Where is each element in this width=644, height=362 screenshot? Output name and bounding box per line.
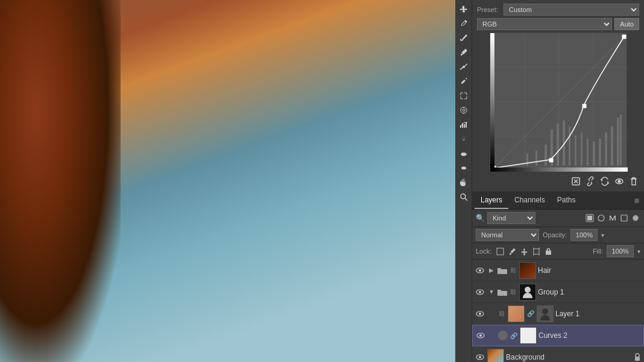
lock-icon-background [633, 353, 642, 361]
layer-name-layer1: Layer 1 [555, 310, 642, 318]
layer-row-hair[interactable]: ▶ ⛓ Hair [472, 260, 644, 281]
photo-canvas [0, 0, 455, 362]
layers-menu-icon[interactable]: ≡ [632, 193, 642, 208]
filter-icons [585, 213, 640, 223]
eye-icon-background[interactable] [475, 352, 485, 363]
tool-histogram[interactable] [457, 118, 470, 131]
tab-layers[interactable]: Layers [475, 192, 508, 209]
svg-rect-36 [549, 158, 553, 162]
curves-graph[interactable] [490, 33, 627, 171]
layer-thumb-group1 [519, 284, 536, 301]
filter-type-icon[interactable] [608, 213, 617, 223]
chain-icon-layer1: ⛓ [497, 310, 506, 318]
svg-point-59 [525, 287, 531, 293]
eye-icon-hair[interactable] [475, 265, 485, 276]
tool-transform[interactable] [457, 89, 470, 102]
lock-pixels-icon[interactable] [507, 246, 517, 256]
layer-name-hair: Hair [538, 266, 642, 275]
lock-artboard-icon[interactable] [531, 246, 541, 256]
tool-hand[interactable] [457, 176, 470, 189]
fill-input[interactable] [607, 245, 634, 257]
filter-adjustment-icon[interactable] [596, 213, 606, 223]
layer-row-curves2[interactable]: 🔗 Curves 2 [472, 325, 644, 346]
curves-tool-refresh[interactable] [599, 176, 610, 187]
svg-rect-34 [620, 114, 622, 166]
channel-select[interactable]: RGB Red Green Blue [477, 18, 612, 30]
tool-zoom[interactable] [457, 190, 470, 204]
layer-thumb-curves2 [520, 327, 537, 344]
svg-rect-19 [526, 154, 528, 166]
filter-row: 🔍 Kind [472, 210, 644, 227]
svg-rect-33 [617, 117, 619, 166]
curves-tool-mask[interactable] [570, 176, 581, 187]
tool-curves-point[interactable] [457, 60, 470, 73]
svg-point-56 [479, 269, 481, 272]
opacity-label: Opacity: [543, 231, 567, 239]
opacity-arrow[interactable]: ▾ [601, 232, 604, 239]
layer-thumb-layer1 [508, 305, 525, 322]
tool-mouth-2[interactable] [457, 161, 470, 175]
curves-tool-visibility[interactable] [614, 176, 625, 187]
chain-link-layer1: 🔗 [526, 310, 535, 318]
tab-paths[interactable]: Paths [551, 192, 582, 209]
svg-rect-23 [557, 123, 559, 166]
svg-rect-38 [622, 35, 626, 39]
tool-eyedropper[interactable] [457, 17, 470, 30]
layer-row-group1[interactable]: ▼ ⛓ Group 1 [472, 281, 644, 303]
curves-panel: Preset: Custom RGB Red Green Blue Auto [472, 0, 644, 192]
tool-target[interactable] [457, 104, 470, 117]
svg-point-2 [462, 109, 465, 111]
svg-rect-7 [464, 124, 465, 128]
preset-select[interactable]: Custom [504, 4, 639, 16]
svg-rect-49 [497, 248, 504, 255]
svg-point-66 [479, 356, 481, 358]
eye-icon-group1[interactable] [475, 287, 485, 298]
left-toolbar [455, 0, 472, 362]
curves-mask-circle [498, 331, 508, 340]
layer-mask-layer1 [537, 305, 554, 322]
layer-thumb-hair [519, 262, 536, 279]
svg-rect-25 [569, 126, 570, 166]
layer-list: ▶ ⛓ Hair ▼ ⛓ [472, 260, 644, 362]
filter-smart-icon[interactable] [631, 213, 640, 223]
opacity-input[interactable] [570, 229, 598, 241]
curves-tools [477, 175, 639, 188]
svg-rect-30 [599, 139, 601, 166]
eye-icon-curves2[interactable] [475, 330, 486, 341]
tool-pencil[interactable] [457, 46, 470, 59]
svg-rect-20 [535, 151, 537, 166]
preset-label: Preset: [477, 6, 501, 13]
tool-burn[interactable] [457, 133, 470, 146]
lock-position-icon[interactable] [519, 246, 529, 256]
filter-pixel-icon[interactable] [585, 213, 595, 223]
curves-tool-chain[interactable] [585, 176, 596, 187]
curves-tool-trash[interactable] [628, 176, 639, 187]
svg-rect-8 [466, 122, 467, 128]
tool-brush[interactable] [457, 31, 470, 45]
layer-name-background: Background [506, 353, 631, 361]
fill-arrow[interactable]: ▾ [637, 248, 640, 255]
svg-point-62 [542, 308, 548, 314]
lock-label: Lock: [476, 248, 491, 255]
tab-channels[interactable]: Channels [508, 192, 551, 209]
blend-mode-select[interactable]: Normal Multiply Screen Overlay [476, 229, 539, 241]
svg-rect-29 [593, 142, 595, 166]
tool-move[interactable] [457, 2, 470, 16]
filter-shape-icon[interactable] [619, 213, 629, 223]
right-panel: Preset: Custom RGB Red Green Blue Auto [472, 0, 644, 362]
filter-kind-select[interactable]: Kind [487, 212, 535, 224]
svg-line-12 [465, 198, 467, 201]
auto-button[interactable]: Auto [614, 18, 639, 30]
tool-pen[interactable] [457, 75, 470, 88]
layer-name-curves2: Curves 2 [538, 331, 641, 340]
layer-row-background[interactable]: Background [472, 346, 644, 362]
eye-icon-layer1[interactable] [475, 308, 485, 319]
lock-all-icon[interactable] [543, 246, 553, 256]
expand-icon-hair[interactable]: ▶ [487, 266, 496, 275]
layer-row-layer1[interactable]: ⛓ 🔗 Layer 1 [472, 303, 644, 325]
lock-transparent-icon[interactable] [495, 246, 505, 256]
svg-point-0 [462, 66, 465, 68]
svg-rect-37 [582, 104, 586, 108]
expand-icon-group1[interactable]: ▼ [487, 288, 496, 296]
tool-mouth[interactable] [457, 147, 470, 160]
